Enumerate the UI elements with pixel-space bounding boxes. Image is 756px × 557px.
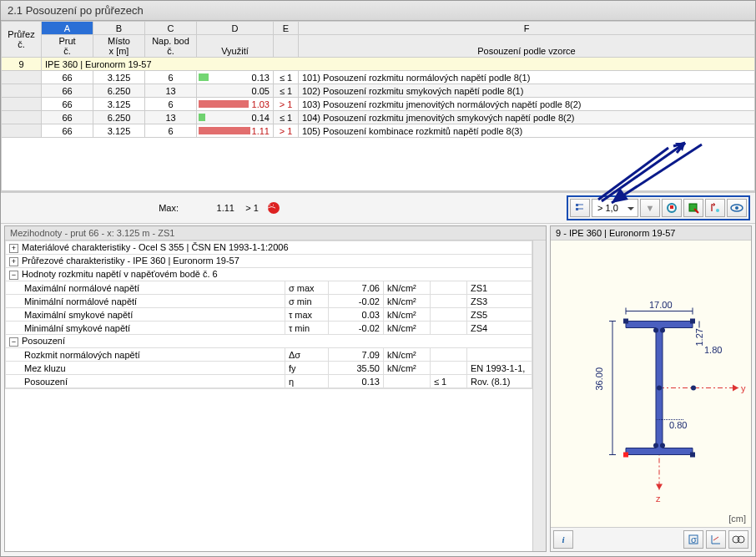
jump-button[interactable]	[705, 199, 725, 217]
col-header-f: Posouzení podle vzorce	[299, 35, 755, 58]
value-row: Maximální smykové napětíτ max0.03kN/cm²Z…	[6, 308, 532, 322]
tree-row[interactable]: +Průřezové charakteristiky - IPE 360 | E…	[6, 255, 532, 268]
warning-icon	[268, 202, 280, 214]
svg-text:17.00: 17.00	[649, 300, 673, 310]
col-header-e	[274, 35, 299, 58]
cross-section-panel: 9 - IPE 360 | Euronorm 19-57 y z	[550, 225, 752, 552]
svg-text:y: y	[741, 383, 746, 393]
value-row: Maximální normálové napětíσ max7.06kN/cm…	[6, 281, 532, 295]
tree-view-button[interactable]	[570, 199, 590, 217]
col-letter-b[interactable]: B	[93, 22, 145, 35]
group-row[interactable]: 9 IPE 360 | Euronorm 19-57	[2, 58, 755, 71]
svg-text:1.27: 1.27	[694, 328, 704, 346]
view-mode-button[interactable]	[727, 199, 747, 217]
table-empty-area	[1, 138, 755, 191]
max-value: 1.11	[185, 203, 239, 213]
results-table: Průřezč. A B C D E F Prutč. Místox [m] N…	[1, 21, 755, 192]
summary-bar: Max: 1.11 > 1 > 1,0 ▼	[1, 192, 755, 224]
svg-text:σ: σ	[691, 534, 697, 544]
table-row[interactable]: 663.12561.11> 1105) Posouzení kombinace …	[2, 124, 755, 138]
tree-toggle[interactable]: +	[9, 244, 18, 253]
scrollbar[interactable]	[532, 241, 546, 551]
display-options-button[interactable]	[662, 199, 682, 217]
unit-label: [cm]	[728, 514, 746, 524]
info-button[interactable]: i	[553, 530, 573, 549]
svg-text:1.80: 1.80	[704, 345, 722, 355]
col-letter-c[interactable]: C	[145, 22, 197, 35]
svg-point-6	[716, 209, 719, 212]
value-row: Posouzeníη0.13≤ 1Rov. (8.1)	[6, 375, 532, 388]
max-label: Max:	[6, 203, 185, 213]
col-header-row: Průřezč.	[2, 22, 42, 58]
table-row[interactable]: 663.12561.03> 1103) Posouzení rozkmitu j…	[2, 98, 755, 111]
col-header-d: Využití	[197, 35, 274, 58]
cross-section-toolbar: i σ	[551, 527, 751, 551]
cross-section-view[interactable]: y z	[551, 241, 751, 527]
svg-text:0.80: 0.80	[669, 420, 687, 430]
tree-row[interactable]: −Posouzení	[6, 335, 532, 348]
svg-rect-14	[690, 319, 695, 324]
svg-point-20	[660, 443, 665, 448]
col-header-a: Prutč.	[42, 35, 93, 58]
tree-toggle[interactable]: −	[9, 271, 18, 280]
svg-point-19	[653, 443, 658, 448]
tree-toggle[interactable]: +	[9, 257, 18, 266]
stress-points-button[interactable]: σ	[683, 530, 703, 549]
cross-section-title: 9 - IPE 360 | Euronorm 19-57	[551, 226, 751, 241]
col-header-b: Místox [m]	[93, 35, 145, 58]
col-letter-e[interactable]: E	[274, 22, 299, 35]
filter-select[interactable]: > 1,0	[592, 199, 638, 217]
svg-rect-1	[576, 208, 578, 210]
col-letter-f[interactable]: F	[299, 22, 755, 35]
svg-point-42	[738, 536, 744, 543]
value-row: Minimální smykové napětíτ min-0.02kN/cm²…	[6, 322, 532, 335]
svg-point-22	[691, 386, 696, 391]
tree-toggle[interactable]: −	[9, 337, 18, 347]
svg-text:36.00: 36.00	[594, 367, 604, 391]
value-row: Mez kluzufy35.50kN/cm²EN 1993-1-1,	[6, 362, 532, 375]
tree-row[interactable]: +Materiálové charakteristiky - Ocel S 35…	[6, 241, 532, 255]
svg-point-18	[660, 328, 665, 333]
details-title: Mezihodnoty - prut 66 - x: 3.125 m - ZS1	[5, 226, 546, 241]
tree-row[interactable]: −Hodnoty rozkmitu napětí v napěťovém bod…	[6, 268, 532, 281]
details-panel: Mezihodnoty - prut 66 - x: 3.125 m - ZS1…	[4, 225, 547, 552]
col-header-c: Nap. bodč.	[145, 35, 197, 58]
svg-line-40	[713, 537, 718, 540]
value-row: Minimální normálové napětíσ min-0.02kN/c…	[6, 295, 532, 308]
svg-rect-13	[623, 319, 628, 324]
max-relation: > 1	[239, 203, 265, 213]
svg-point-8	[735, 206, 738, 210]
svg-rect-16	[690, 453, 695, 458]
dimensions-button[interactable]	[706, 530, 726, 549]
svg-point-17	[653, 328, 658, 333]
toolbar: > 1,0 ▼	[567, 195, 750, 220]
svg-rect-15	[623, 453, 628, 458]
select-member-button[interactable]	[683, 199, 703, 217]
filter-button[interactable]: ▼	[640, 199, 660, 217]
svg-rect-0	[576, 204, 578, 206]
value-row: Rozkmit normálových napětíΔσ7.09kN/cm²	[6, 348, 532, 362]
table-row[interactable]: 666.250130.14≤ 1104) Posouzení rozkmitu …	[2, 111, 755, 124]
svg-point-21	[657, 386, 662, 391]
table-row[interactable]: 663.12560.13≤ 1101) Posouzení rozkmitu n…	[2, 71, 755, 84]
svg-text:z: z	[656, 494, 661, 504]
print-button[interactable]	[728, 530, 748, 549]
col-letter-a[interactable]: A	[42, 22, 93, 35]
col-letter-d[interactable]: D	[197, 22, 274, 35]
window-title: 2.1 Posouzení po průřezech	[1, 1, 755, 21]
table-row[interactable]: 666.250130.05≤ 1102) Posouzení rozkmitu …	[2, 84, 755, 98]
